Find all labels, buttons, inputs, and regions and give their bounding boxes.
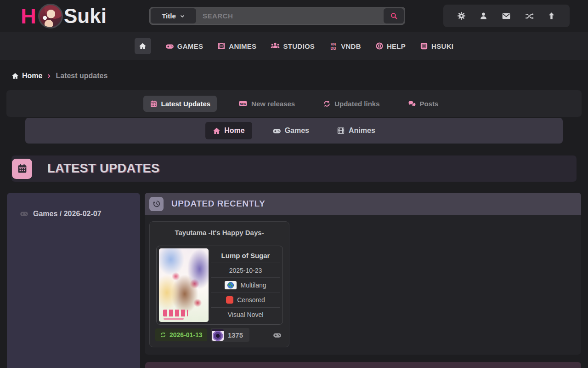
logo-avatar bbox=[38, 4, 63, 29]
updated-recently-panel: UPDATED RECENTLY Tayutama -It's Happy Da… bbox=[145, 193, 581, 355]
tab-updated-links[interactable]: Updated links bbox=[317, 96, 386, 112]
subtab-label: Home bbox=[224, 126, 244, 135]
subtab-band: Home Games Animes bbox=[25, 118, 563, 144]
history-badge bbox=[149, 197, 164, 211]
gamepad-icon bbox=[165, 42, 174, 51]
game-card-body: Lump of Sugar 2025-10-23 Multilang Censo… bbox=[156, 246, 283, 325]
refresh-icon bbox=[323, 100, 331, 108]
envelope-icon[interactable] bbox=[502, 12, 511, 21]
info-row-language: Multilang bbox=[211, 277, 280, 292]
top-header: H Suki Title bbox=[0, 0, 588, 32]
home-icon bbox=[139, 42, 147, 50]
game-title[interactable]: Tayutama -It's Happy Days- bbox=[150, 229, 289, 236]
home-icon bbox=[213, 127, 220, 135]
language-label: Multilang bbox=[240, 282, 266, 289]
update-date: 2026-01-13 bbox=[170, 331, 203, 339]
calendar-icon bbox=[17, 163, 28, 174]
logo-text-h: H bbox=[21, 4, 36, 29]
search-button[interactable] bbox=[384, 8, 404, 23]
nav-item-studios[interactable]: STUDIOS bbox=[271, 41, 315, 51]
latest-updates-header: LATEST UPDATES bbox=[11, 155, 577, 182]
nav-label: STUDIOS bbox=[283, 42, 315, 50]
tab-new-releases[interactable]: New releases bbox=[232, 95, 301, 112]
breadcrumb-current: Latest updates bbox=[56, 72, 107, 80]
studio-people-icon bbox=[271, 41, 280, 51]
search-icon bbox=[390, 12, 398, 20]
breadcrumb-home[interactable]: Home bbox=[11, 72, 42, 80]
nav-item-vndb[interactable]: VNDB bbox=[329, 42, 361, 51]
film-icon bbox=[217, 42, 226, 50]
censored-marker-icon bbox=[226, 296, 233, 304]
updated-recently-header: UPDATED RECENTLY bbox=[145, 193, 581, 215]
tabs-band: Latest Updates New releases Updated link… bbox=[6, 90, 582, 117]
life-ring-icon bbox=[375, 42, 384, 50]
game-info: Lump of Sugar 2025-10-23 Multilang Censo… bbox=[211, 248, 280, 322]
search-category-select[interactable]: Title bbox=[151, 8, 196, 23]
new-badge-icon bbox=[238, 99, 248, 108]
comments-icon bbox=[408, 99, 416, 108]
arrow-up-icon[interactable] bbox=[547, 12, 556, 20]
game-card[interactable]: Tayutama -It's Happy Days- Lump of Sugar… bbox=[149, 221, 289, 347]
page-title: LATEST UPDATES bbox=[47, 161, 160, 176]
info-row-category: Visual Novel bbox=[211, 307, 280, 322]
chevron-right-icon bbox=[46, 74, 51, 79]
info-row-censorship: Censored bbox=[211, 293, 280, 307]
shuffle-icon[interactable] bbox=[525, 12, 534, 21]
subtab-animes[interactable]: Animes bbox=[329, 122, 383, 139]
vndb-icon bbox=[329, 42, 338, 51]
nav-label: VNDB bbox=[341, 42, 361, 50]
nav-item-hsuki[interactable]: HSUKI bbox=[420, 42, 453, 50]
next-section-header-edge bbox=[145, 362, 581, 368]
game-card-footer: 2026-01-13 1375 bbox=[155, 328, 284, 342]
search-bar: Title bbox=[149, 7, 405, 25]
nav-home-button[interactable] bbox=[135, 38, 151, 54]
nav-label: HSUKI bbox=[431, 42, 453, 50]
main-navbar: GAMES ANIMES STUDIOS VNDB HELP HSUKI bbox=[0, 32, 588, 60]
tab-latest-updates[interactable]: Latest Updates bbox=[143, 96, 217, 112]
censorship-label: Censored bbox=[237, 296, 265, 304]
tab-label: Latest Updates bbox=[161, 100, 211, 108]
nav-item-animes[interactable]: ANIMES bbox=[217, 42, 256, 50]
calendar-badge bbox=[12, 159, 32, 179]
calendar-icon bbox=[150, 100, 158, 108]
search-category-value: Title bbox=[162, 12, 176, 20]
subtab-games[interactable]: Games bbox=[265, 122, 317, 140]
gamepad-icon bbox=[20, 209, 28, 218]
tab-label: Posts bbox=[420, 100, 439, 108]
h-square-icon bbox=[420, 42, 428, 50]
views-badge: 1375 bbox=[211, 328, 249, 342]
date-sidebar: Games / 2026-02-07 bbox=[7, 193, 140, 368]
update-date-badge: 2026-01-13 bbox=[155, 328, 207, 341]
studio-name[interactable]: Lump of Sugar bbox=[221, 252, 270, 259]
nav-item-help[interactable]: HELP bbox=[375, 42, 406, 50]
history-icon bbox=[153, 200, 161, 208]
refresh-icon bbox=[160, 332, 166, 338]
game-cover-image[interactable] bbox=[159, 248, 209, 322]
film-icon bbox=[337, 126, 345, 135]
subtab-label: Games bbox=[285, 126, 309, 135]
sidebar-item-games-date[interactable]: Games / 2026-02-07 bbox=[20, 209, 140, 218]
tab-posts[interactable]: Posts bbox=[401, 95, 445, 112]
views-count: 1375 bbox=[224, 331, 249, 339]
tab-label: Updated links bbox=[334, 100, 379, 108]
nav-item-games[interactable]: GAMES bbox=[165, 42, 204, 51]
header-actions bbox=[443, 5, 570, 27]
breadcrumb-home-label: Home bbox=[22, 72, 42, 80]
site-logo[interactable]: H Suki bbox=[21, 4, 107, 29]
subtab-label: Animes bbox=[349, 126, 375, 135]
logo-text-suki: Suki bbox=[64, 4, 107, 29]
search-input[interactable] bbox=[197, 7, 383, 24]
category-label: Visual Novel bbox=[228, 311, 264, 318]
globe-icon bbox=[227, 282, 234, 288]
subtab-home[interactable]: Home bbox=[205, 122, 252, 139]
user-icon[interactable] bbox=[479, 12, 488, 20]
info-row-release-date: 2025-10-23 bbox=[211, 263, 280, 277]
breadcrumb: Home Latest updates bbox=[11, 70, 107, 82]
gamepad-icon bbox=[272, 126, 281, 135]
panel-title: UPDATED RECENTLY bbox=[171, 199, 265, 209]
nav-label: GAMES bbox=[177, 42, 204, 50]
nav-label: ANIMES bbox=[229, 42, 256, 50]
info-row-studio: Lump of Sugar bbox=[211, 248, 280, 263]
home-icon bbox=[11, 72, 19, 80]
gear-icon[interactable] bbox=[457, 12, 466, 20]
